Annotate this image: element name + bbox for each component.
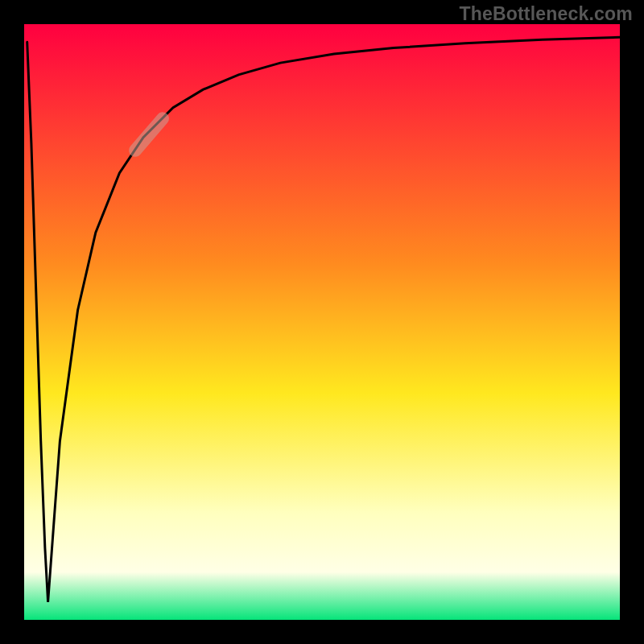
attribution-text: TheBottleneck.com: [459, 3, 633, 25]
gradient-background: [24, 24, 620, 620]
chart-stage: TheBottleneck.com: [0, 0, 644, 644]
plot-canvas: [24, 24, 620, 620]
